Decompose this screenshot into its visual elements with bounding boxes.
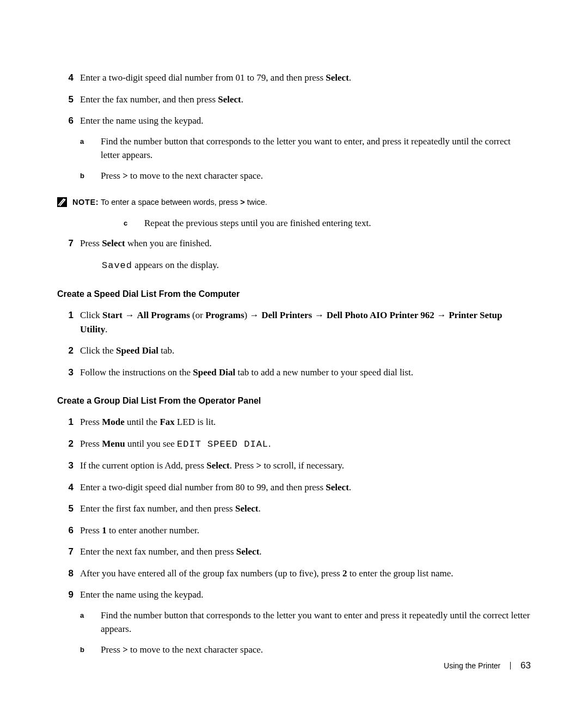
mono-text: EDIT SPEED DIAL bbox=[177, 439, 268, 449]
text: Press bbox=[80, 525, 102, 535]
bold: Mode bbox=[102, 417, 125, 427]
step-b2: 2 Click the Speed Dial tab. bbox=[57, 344, 531, 358]
step-number: 6 bbox=[57, 114, 74, 189]
step-body: Press Mode until the Fax LED is lit. bbox=[80, 415, 531, 429]
bold: Select bbox=[218, 94, 241, 105]
step-body: Enter the name using the keypad. a Find … bbox=[80, 114, 531, 189]
text: . bbox=[241, 94, 243, 105]
step-4: 4 Enter a two-digit speed dial number fr… bbox=[57, 71, 531, 85]
text: until you see bbox=[125, 439, 177, 449]
step-number: 5 bbox=[57, 93, 74, 107]
text: Enter the name using the keypad. bbox=[80, 115, 204, 126]
page-number: 63 bbox=[520, 660, 531, 671]
sub-body: Press > to move to the next character sp… bbox=[101, 169, 531, 183]
text: After you have entered all of the group … bbox=[80, 568, 342, 579]
step-number: 5 bbox=[57, 502, 74, 516]
text: Enter the fax number, and then press bbox=[80, 94, 218, 105]
step-6: 6 Enter the name using the keypad. a Fin… bbox=[57, 114, 531, 189]
bold: Dell Printers bbox=[261, 310, 312, 320]
step-body: Press 1 to enter another number. bbox=[80, 524, 531, 538]
bold: Select bbox=[236, 546, 259, 557]
bold: Menu bbox=[102, 439, 125, 449]
bold: Fax bbox=[160, 417, 174, 427]
text: tab to add a new number to your speed di… bbox=[235, 367, 413, 378]
step-number: 1 bbox=[57, 415, 74, 429]
sub-body: Find the number button that corresponds … bbox=[101, 135, 531, 162]
text: to enter another number. bbox=[107, 525, 199, 535]
footer-separator bbox=[510, 662, 511, 670]
text: Press bbox=[80, 238, 102, 248]
text: If the current option is Add, press bbox=[80, 460, 206, 471]
step-body: Click Start → All Programs (or Programs)… bbox=[80, 308, 531, 336]
text: . bbox=[349, 72, 351, 83]
step-c8: 8 After you have entered all of the grou… bbox=[57, 567, 531, 581]
text: . bbox=[259, 546, 261, 557]
bold: All Programs bbox=[137, 310, 189, 320]
footer-section: Using the Printer bbox=[444, 661, 500, 670]
step-number: 3 bbox=[57, 366, 74, 380]
step-body: Press Select when you are finished. bbox=[80, 236, 531, 251]
step-body: Enter the fax number, and then press Sel… bbox=[80, 93, 531, 107]
text: Press bbox=[101, 171, 122, 181]
bold: > bbox=[240, 198, 244, 206]
text: . bbox=[268, 439, 271, 449]
step-body: Enter the first fax number, and then pre… bbox=[80, 502, 531, 516]
arrow: → bbox=[434, 310, 449, 320]
sub-body: Find the number button that corresponds … bbox=[101, 608, 531, 636]
bold: Select bbox=[102, 238, 125, 248]
sub-steps: a Find the number button that correspond… bbox=[80, 135, 531, 183]
sub-steps-cont: c Repeat the previous steps until you ar… bbox=[124, 216, 531, 230]
text: Click the bbox=[80, 345, 116, 356]
text: (or bbox=[190, 310, 205, 320]
sub-body: Repeat the previous steps until you are … bbox=[144, 216, 531, 230]
bold: > bbox=[256, 460, 261, 471]
step-c1: 1 Press Mode until the Fax LED is lit. bbox=[57, 415, 531, 429]
step-5: 5 Enter the fax number, and then press S… bbox=[57, 93, 531, 107]
bold: Select bbox=[326, 482, 348, 492]
step-number: 3 bbox=[57, 459, 74, 473]
text: Enter the first fax number, and then pre… bbox=[80, 503, 235, 514]
text: to scroll, if necessary. bbox=[261, 460, 344, 471]
bold: Speed Dial bbox=[116, 345, 158, 356]
text: Enter a two-digit speed dial number from… bbox=[80, 72, 326, 83]
step-number: 4 bbox=[57, 480, 74, 495]
step-7-result: Saved appears on the display. bbox=[102, 258, 531, 273]
bold: Programs bbox=[205, 310, 244, 320]
text: tab. bbox=[158, 345, 174, 356]
text: appears on the display. bbox=[132, 260, 219, 270]
step-number: 4 bbox=[57, 71, 74, 85]
step-body: Follow the instructions on the Speed Dia… bbox=[80, 366, 531, 380]
step-body: Click the Speed Dial tab. bbox=[80, 344, 531, 358]
text: Press bbox=[101, 644, 122, 655]
step-c3: 3 If the current option is Add, press Se… bbox=[57, 459, 531, 473]
text: when you are finished. bbox=[125, 238, 212, 248]
sub-marker: a bbox=[80, 136, 92, 162]
step-number: 7 bbox=[57, 236, 74, 251]
section-heading-2: Create a Group Dial List From the Operat… bbox=[57, 394, 531, 407]
step-b1: 1 Click Start → All Programs (or Program… bbox=[57, 308, 531, 336]
text: . bbox=[258, 503, 260, 514]
note: NOTE: To enter a space between words, pr… bbox=[57, 197, 531, 209]
arrow: → bbox=[122, 310, 137, 320]
arrow: → bbox=[250, 310, 262, 320]
step-c6: 6 Press 1 to enter another number. bbox=[57, 524, 531, 538]
step-c2: 2 Press Menu until you see EDIT SPEED DI… bbox=[57, 437, 531, 452]
arrow: → bbox=[312, 310, 326, 320]
substep-a: a Find the number button that correspond… bbox=[80, 135, 531, 162]
substep-b: b Press > to move to the next character … bbox=[80, 169, 531, 183]
step-b3: 3 Follow the instructions on the Speed D… bbox=[57, 366, 531, 380]
text: ) bbox=[244, 310, 250, 320]
bold: Speed Dial bbox=[193, 367, 235, 378]
step-body: If the current option is Add, press Sele… bbox=[80, 459, 531, 473]
bold: Dell Photo AIO Printer 962 bbox=[327, 310, 434, 320]
text: Press bbox=[80, 417, 102, 427]
step-number: 2 bbox=[57, 437, 74, 452]
text: To enter a space between words, press bbox=[99, 198, 240, 206]
text: to move to the next character space. bbox=[128, 644, 263, 655]
step-c9: 9 Enter the name using the keypad. a Fin… bbox=[57, 588, 531, 663]
text: until the bbox=[125, 417, 160, 427]
mono-text: Saved bbox=[102, 260, 132, 271]
bold: > bbox=[122, 171, 128, 181]
steps-list-a: 4 Enter a two-digit speed dial number fr… bbox=[57, 71, 531, 189]
step-body: Press Menu until you see EDIT SPEED DIAL… bbox=[80, 437, 531, 452]
